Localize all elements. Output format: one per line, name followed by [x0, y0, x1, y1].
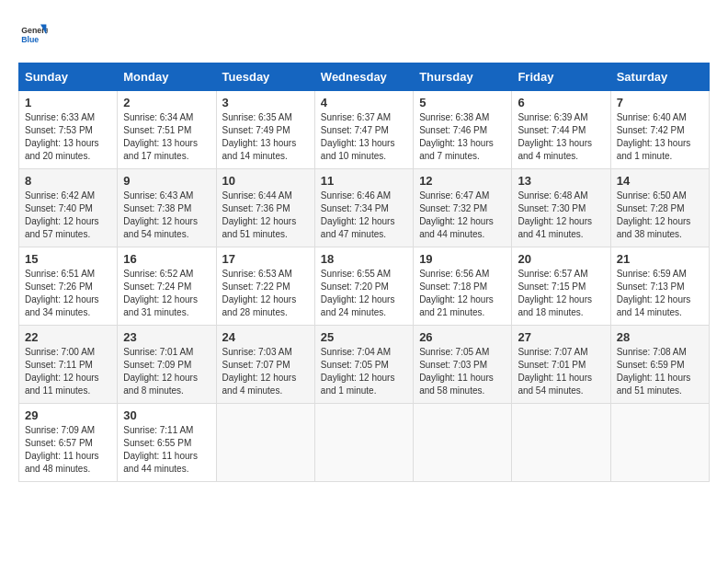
day-number: 26 [419, 330, 506, 344]
calendar-week-1: 1Sunrise: 6:33 AM Sunset: 7:53 PM Daylig… [19, 91, 710, 169]
day-info: Sunrise: 6:33 AM Sunset: 7:53 PM Dayligh… [25, 111, 111, 163]
calendar-cell: 2Sunrise: 6:34 AM Sunset: 7:51 PM Daylig… [118, 91, 216, 169]
calendar-cell: 20Sunrise: 6:57 AM Sunset: 7:15 PM Dayli… [512, 247, 610, 326]
calendar-cell: 4Sunrise: 6:37 AM Sunset: 7:47 PM Daylig… [314, 91, 413, 169]
day-info: Sunrise: 6:56 AM Sunset: 7:18 PM Dayligh… [419, 268, 506, 319]
day-info: Sunrise: 6:57 AM Sunset: 7:15 PM Dayligh… [518, 268, 604, 319]
calendar-cell [610, 404, 709, 482]
day-number: 18 [321, 252, 407, 266]
day-number: 22 [25, 330, 111, 344]
day-number: 28 [617, 330, 703, 344]
svg-text:Blue: Blue [21, 35, 39, 44]
day-number: 29 [25, 408, 111, 422]
logo-icon: General Blue [18, 18, 48, 48]
calendar-cell: 27Sunrise: 7:07 AM Sunset: 7:01 PM Dayli… [512, 326, 610, 404]
day-number: 19 [419, 252, 506, 266]
calendar-cell: 6Sunrise: 6:39 AM Sunset: 7:44 PM Daylig… [512, 91, 610, 169]
day-info: Sunrise: 6:44 AM Sunset: 7:36 PM Dayligh… [222, 190, 309, 241]
day-info: Sunrise: 6:34 AM Sunset: 7:51 PM Dayligh… [123, 111, 210, 163]
col-header-saturday: Saturday [610, 63, 709, 91]
day-number: 9 [123, 174, 210, 188]
day-info: Sunrise: 7:09 AM Sunset: 6:57 PM Dayligh… [25, 424, 111, 476]
day-info: Sunrise: 6:47 AM Sunset: 7:32 PM Dayligh… [419, 190, 506, 241]
calendar-cell: 1Sunrise: 6:33 AM Sunset: 7:53 PM Daylig… [19, 91, 118, 169]
calendar-cell: 21Sunrise: 6:59 AM Sunset: 7:13 PM Dayli… [610, 247, 709, 326]
calendar-cell: 13Sunrise: 6:48 AM Sunset: 7:30 PM Dayli… [512, 169, 610, 247]
day-info: Sunrise: 6:48 AM Sunset: 7:30 PM Dayligh… [518, 190, 604, 241]
calendar-cell: 10Sunrise: 6:44 AM Sunset: 7:36 PM Dayli… [216, 169, 314, 247]
calendar-cell: 28Sunrise: 7:08 AM Sunset: 6:59 PM Dayli… [610, 326, 709, 404]
day-info: Sunrise: 7:04 AM Sunset: 7:05 PM Dayligh… [321, 346, 407, 397]
day-info: Sunrise: 7:11 AM Sunset: 6:55 PM Dayligh… [123, 424, 210, 476]
day-number: 14 [617, 174, 703, 188]
day-info: Sunrise: 6:50 AM Sunset: 7:28 PM Dayligh… [617, 190, 703, 241]
calendar-cell: 30Sunrise: 7:11 AM Sunset: 6:55 PM Dayli… [118, 404, 216, 482]
day-info: Sunrise: 7:07 AM Sunset: 7:01 PM Dayligh… [518, 346, 604, 397]
col-header-tuesday: Tuesday [216, 63, 314, 91]
calendar-cell [414, 404, 512, 482]
day-number: 3 [222, 96, 309, 109]
calendar-cell [314, 404, 413, 482]
calendar-table: SundayMondayTuesdayWednesdayThursdayFrid… [18, 63, 710, 482]
col-header-thursday: Thursday [414, 63, 512, 91]
calendar-cell: 19Sunrise: 6:56 AM Sunset: 7:18 PM Dayli… [414, 247, 512, 326]
calendar-cell: 8Sunrise: 6:42 AM Sunset: 7:40 PM Daylig… [19, 169, 118, 247]
calendar-cell: 11Sunrise: 6:46 AM Sunset: 7:34 PM Dayli… [314, 169, 413, 247]
calendar-cell: 18Sunrise: 6:55 AM Sunset: 7:20 PM Dayli… [314, 247, 413, 326]
calendar-cell: 17Sunrise: 6:53 AM Sunset: 7:22 PM Dayli… [216, 247, 314, 326]
calendar-cell: 24Sunrise: 7:03 AM Sunset: 7:07 PM Dayli… [216, 326, 314, 404]
day-info: Sunrise: 6:59 AM Sunset: 7:13 PM Dayligh… [617, 268, 703, 319]
calendar-cell: 5Sunrise: 6:38 AM Sunset: 7:46 PM Daylig… [414, 91, 512, 169]
day-number: 25 [321, 330, 407, 344]
calendar-cell [512, 404, 610, 482]
day-number: 15 [25, 252, 111, 266]
calendar-cell: 29Sunrise: 7:09 AM Sunset: 6:57 PM Dayli… [19, 404, 118, 482]
day-info: Sunrise: 6:46 AM Sunset: 7:34 PM Dayligh… [321, 190, 407, 241]
calendar-cell: 22Sunrise: 7:00 AM Sunset: 7:11 PM Dayli… [19, 326, 118, 404]
calendar-cell: 14Sunrise: 6:50 AM Sunset: 7:28 PM Dayli… [610, 169, 709, 247]
calendar-cell: 16Sunrise: 6:52 AM Sunset: 7:24 PM Dayli… [118, 247, 216, 326]
calendar-cell: 9Sunrise: 6:43 AM Sunset: 7:38 PM Daylig… [118, 169, 216, 247]
day-info: Sunrise: 7:01 AM Sunset: 7:09 PM Dayligh… [123, 346, 210, 397]
day-info: Sunrise: 7:05 AM Sunset: 7:03 PM Dayligh… [419, 346, 506, 397]
day-number: 1 [25, 96, 111, 109]
day-number: 13 [518, 174, 604, 188]
calendar-cell: 7Sunrise: 6:40 AM Sunset: 7:42 PM Daylig… [610, 91, 709, 169]
day-number: 27 [518, 330, 604, 344]
calendar-cell: 12Sunrise: 6:47 AM Sunset: 7:32 PM Dayli… [414, 169, 512, 247]
day-info: Sunrise: 6:55 AM Sunset: 7:20 PM Dayligh… [321, 268, 407, 319]
col-header-monday: Monday [118, 63, 216, 91]
day-number: 16 [123, 252, 210, 266]
day-number: 17 [222, 252, 309, 266]
day-number: 6 [518, 96, 604, 109]
day-number: 7 [617, 96, 703, 109]
day-info: Sunrise: 6:35 AM Sunset: 7:49 PM Dayligh… [222, 111, 309, 163]
col-header-friday: Friday [512, 63, 610, 91]
col-header-sunday: Sunday [19, 63, 118, 91]
calendar-week-5: 29Sunrise: 7:09 AM Sunset: 6:57 PM Dayli… [19, 404, 710, 482]
page-header: General Blue [18, 18, 710, 48]
day-number: 12 [419, 174, 506, 188]
day-number: 8 [25, 174, 111, 188]
day-number: 4 [321, 96, 407, 109]
calendar-cell: 25Sunrise: 7:04 AM Sunset: 7:05 PM Dayli… [314, 326, 413, 404]
day-info: Sunrise: 6:52 AM Sunset: 7:24 PM Dayligh… [123, 268, 210, 319]
day-number: 21 [617, 252, 703, 266]
day-info: Sunrise: 7:00 AM Sunset: 7:11 PM Dayligh… [25, 346, 111, 397]
day-info: Sunrise: 7:03 AM Sunset: 7:07 PM Dayligh… [222, 346, 309, 397]
day-number: 30 [123, 408, 210, 422]
calendar-cell: 23Sunrise: 7:01 AM Sunset: 7:09 PM Dayli… [118, 326, 216, 404]
calendar-cell: 15Sunrise: 6:51 AM Sunset: 7:26 PM Dayli… [19, 247, 118, 326]
day-number: 24 [222, 330, 309, 344]
calendar-week-2: 8Sunrise: 6:42 AM Sunset: 7:40 PM Daylig… [19, 169, 710, 247]
day-info: Sunrise: 6:38 AM Sunset: 7:46 PM Dayligh… [419, 111, 506, 163]
calendar-week-4: 22Sunrise: 7:00 AM Sunset: 7:11 PM Dayli… [19, 326, 710, 404]
day-info: Sunrise: 6:51 AM Sunset: 7:26 PM Dayligh… [25, 268, 111, 319]
day-number: 20 [518, 252, 604, 266]
calendar-week-3: 15Sunrise: 6:51 AM Sunset: 7:26 PM Dayli… [19, 247, 710, 326]
day-info: Sunrise: 7:08 AM Sunset: 6:59 PM Dayligh… [617, 346, 703, 397]
calendar-cell [216, 404, 314, 482]
day-info: Sunrise: 6:40 AM Sunset: 7:42 PM Dayligh… [617, 111, 703, 163]
day-info: Sunrise: 6:37 AM Sunset: 7:47 PM Dayligh… [321, 111, 407, 163]
day-info: Sunrise: 6:53 AM Sunset: 7:22 PM Dayligh… [222, 268, 309, 319]
